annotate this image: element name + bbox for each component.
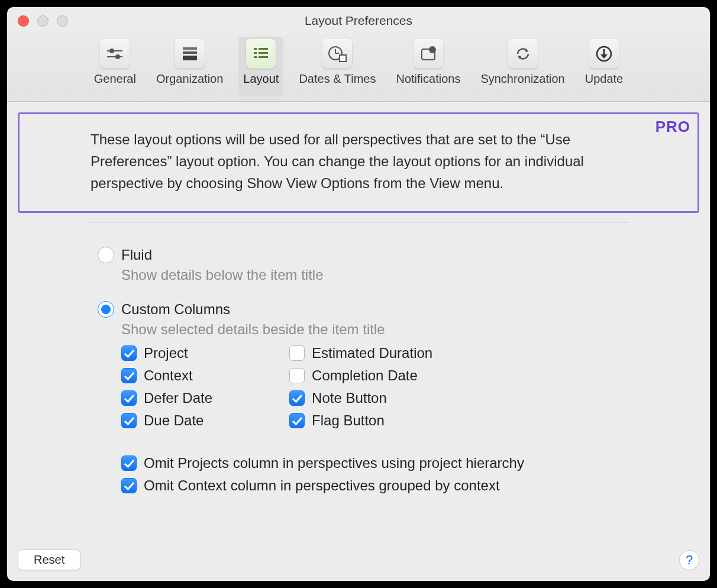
- help-button[interactable]: ?: [679, 550, 699, 570]
- tab-layout[interactable]: Layout: [238, 37, 283, 96]
- clock-calendar-icon: [322, 39, 352, 69]
- intro-text: These layout options will be used for al…: [91, 128, 638, 195]
- omit-projects-checkbox[interactable]: [121, 455, 137, 471]
- note-button-checkbox[interactable]: [289, 390, 305, 406]
- completion-date-checkbox[interactable]: [289, 368, 305, 383]
- pro-badge: PRO: [655, 118, 690, 136]
- footer: Reset ?: [7, 550, 710, 570]
- tab-label: Synchronization: [480, 72, 564, 86]
- svg-marker-23: [600, 54, 608, 59]
- notification-icon: [414, 39, 443, 69]
- flag-button-label: Flag Button: [312, 412, 385, 429]
- flag-button-checkbox-row[interactable]: Flag Button: [289, 412, 432, 429]
- preferences-window: Layout Preferences General Organization …: [7, 7, 710, 581]
- columns-checkboxes: Project Context Defer Date Due Date Esti…: [18, 345, 699, 429]
- tab-label: Update: [585, 72, 624, 86]
- content-area: PRO These layout options will be used fo…: [7, 102, 710, 541]
- completion-date-checkbox-row[interactable]: Completion Date: [289, 367, 432, 384]
- context-checkbox-row[interactable]: Context: [121, 367, 212, 384]
- omit-projects-row[interactable]: Omit Projects column in perspectives usi…: [121, 455, 699, 471]
- fluid-desc: Show details below the item title: [18, 267, 699, 283]
- tab-notifications[interactable]: Notifications: [391, 37, 465, 96]
- stack-icon: [175, 39, 205, 69]
- flag-button-checkbox[interactable]: [289, 413, 305, 428]
- project-checkbox-row[interactable]: Project: [121, 345, 212, 361]
- svg-point-18: [429, 46, 436, 53]
- minimize-window-button[interactable]: [37, 15, 49, 27]
- due-date-checkbox-row[interactable]: Due Date: [121, 412, 212, 429]
- fluid-radio-label: Fluid: [121, 247, 152, 263]
- omit-context-checkbox[interactable]: [121, 478, 137, 493]
- omit-options: Omit Projects column in perspectives usi…: [18, 455, 699, 494]
- divider: [89, 222, 628, 223]
- custom-columns-radio[interactable]: [98, 301, 114, 318]
- svg-rect-6: [183, 56, 197, 60]
- svg-rect-10: [259, 52, 268, 54]
- tab-label: General: [94, 72, 136, 86]
- svg-point-1: [109, 49, 114, 53]
- context-checkbox[interactable]: [121, 368, 137, 383]
- svg-rect-4: [183, 47, 197, 50]
- svg-rect-7: [254, 48, 257, 50]
- omit-context-row[interactable]: Omit Context column in perspectives grou…: [121, 477, 699, 494]
- tab-label: Layout: [243, 72, 279, 86]
- defer-date-checkbox[interactable]: [121, 390, 137, 406]
- svg-rect-12: [259, 56, 268, 58]
- defer-date-label: Defer Date: [144, 390, 212, 406]
- svg-rect-9: [254, 52, 257, 54]
- completion-date-label: Completion Date: [312, 367, 418, 384]
- sliders-icon: [100, 39, 130, 69]
- due-date-label: Due Date: [144, 412, 204, 429]
- tab-synchronization[interactable]: Synchronization: [476, 37, 569, 96]
- svg-rect-8: [259, 48, 268, 50]
- estimated-duration-checkbox-row[interactable]: Estimated Duration: [289, 345, 432, 361]
- svg-rect-16: [340, 55, 346, 62]
- download-icon: [589, 39, 619, 69]
- estimated-duration-label: Estimated Duration: [312, 345, 432, 361]
- omit-context-label: Omit Context column in perspectives grou…: [144, 477, 500, 494]
- sync-icon: [508, 39, 538, 69]
- note-button-label: Note Button: [312, 390, 387, 406]
- omit-projects-label: Omit Projects column in perspectives usi…: [144, 455, 524, 471]
- fluid-radio[interactable]: [98, 247, 114, 263]
- fluid-radio-row[interactable]: Fluid: [18, 247, 699, 263]
- due-date-checkbox[interactable]: [121, 413, 137, 428]
- columns-right: Estimated Duration Completion Date Note …: [289, 345, 432, 429]
- close-window-button[interactable]: [18, 15, 29, 27]
- svg-rect-11: [254, 56, 257, 58]
- window-title: Layout Preferences: [15, 14, 702, 28]
- tab-general[interactable]: General: [89, 37, 141, 96]
- maximize-window-button[interactable]: [57, 15, 68, 27]
- columns-left: Project Context Defer Date Due Date: [121, 345, 212, 429]
- titlebar: Layout Preferences: [7, 7, 710, 34]
- prefs-toolbar: General Organization Layout Dates & Time…: [7, 34, 710, 102]
- tab-label: Organization: [156, 72, 223, 86]
- defer-date-checkbox-row[interactable]: Defer Date: [121, 390, 212, 406]
- tab-label: Dates & Times: [299, 72, 376, 86]
- svg-point-3: [115, 54, 120, 59]
- custom-desc: Show selected details beside the item ti…: [18, 321, 699, 338]
- project-label: Project: [144, 345, 188, 361]
- reset-button[interactable]: Reset: [18, 550, 80, 570]
- tab-dates-times[interactable]: Dates & Times: [294, 37, 380, 96]
- custom-columns-radio-label: Custom Columns: [121, 301, 230, 318]
- context-label: Context: [144, 367, 193, 384]
- tab-label: Notifications: [396, 72, 460, 86]
- custom-radio-row[interactable]: Custom Columns: [18, 301, 699, 318]
- intro-box: PRO These layout options will be used fo…: [18, 112, 699, 213]
- tab-update[interactable]: Update: [580, 37, 628, 96]
- traffic-lights: [18, 15, 68, 27]
- tab-organization[interactable]: Organization: [151, 37, 228, 96]
- list-icon: [246, 39, 276, 69]
- project-checkbox[interactable]: [121, 345, 137, 361]
- note-button-checkbox-row[interactable]: Note Button: [289, 390, 432, 406]
- estimated-duration-checkbox[interactable]: [289, 345, 305, 361]
- svg-rect-5: [183, 51, 197, 54]
